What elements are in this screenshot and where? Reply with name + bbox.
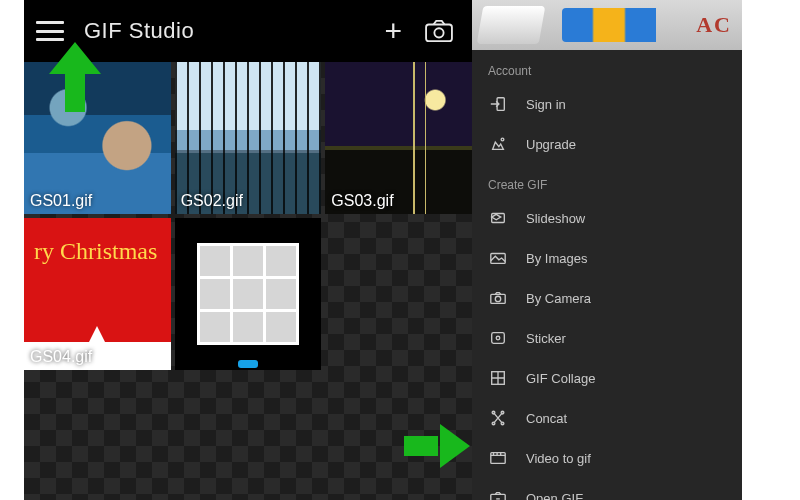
menu-item-upgrade[interactable]: Upgrade (472, 124, 742, 164)
menu-label: By Images (526, 251, 587, 266)
svg-rect-0 (426, 25, 452, 42)
menu-label: Video to gif (526, 451, 591, 466)
tile-label: GS04.gif (24, 344, 98, 370)
gif-tile[interactable]: GS02.gif (175, 62, 322, 214)
menu-label: GIF Collage (526, 371, 595, 386)
menu-item-by-camera[interactable]: By Camera (472, 278, 742, 318)
nav-drawer: AC Account Sign in Upgrade Create GIF (472, 0, 742, 500)
menu-item-by-images[interactable]: By Images (472, 238, 742, 278)
svg-point-9 (496, 336, 500, 340)
menu-item-video-to-gif[interactable]: Video to gif (472, 438, 742, 478)
upgrade-icon (488, 135, 508, 153)
tile-label: GS03.gif (325, 188, 399, 214)
gif-tile[interactable]: ry Christmas GS04.gif (24, 218, 171, 370)
menu-label: Open GIF (526, 491, 583, 501)
menu-create: Slideshow By Images By Camera Sticker (472, 198, 742, 500)
app-title: GIF Studio (84, 18, 384, 44)
gif-tile[interactable]: GS03.gif (325, 62, 472, 214)
camera-icon (488, 289, 508, 307)
menu-item-gif-collage[interactable]: GIF Collage (472, 358, 742, 398)
menu-label: By Camera (526, 291, 591, 306)
svg-point-1 (434, 28, 443, 37)
open-icon (488, 489, 508, 500)
svg-point-7 (495, 296, 500, 301)
thumbnail (175, 218, 322, 370)
section-heading-create: Create GIF (472, 164, 742, 198)
svg-rect-8 (492, 333, 505, 344)
slideshow-icon (488, 209, 508, 227)
signin-icon (488, 95, 508, 113)
menu-label: Sticker (526, 331, 566, 346)
section-heading-account: Account (472, 50, 742, 84)
hamburger-icon[interactable] (36, 21, 64, 41)
menu-item-concat[interactable]: Concat (472, 398, 742, 438)
appbar-actions: + (384, 16, 460, 46)
tutorial-composite: GIF Studio + GS01.gif GS02.gif (0, 0, 800, 500)
menu-item-sticker[interactable]: Sticker (472, 318, 742, 358)
menu-label: Sign in (526, 97, 566, 112)
menu-item-signin[interactable]: Sign in (472, 84, 742, 124)
drawer-header-image: AC (472, 0, 742, 50)
christmas-text: ry Christmas (34, 238, 157, 265)
collage-icon (488, 369, 508, 387)
menu-label: Slideshow (526, 211, 585, 226)
tile-label: GS02.gif (175, 188, 249, 214)
header-logo-text: AC (696, 12, 732, 38)
annotation-arrow-up (48, 42, 102, 112)
svg-point-3 (501, 138, 504, 141)
video-icon (488, 449, 508, 467)
menu-label: Upgrade (526, 137, 576, 152)
images-icon (488, 249, 508, 267)
menu-label: Concat (526, 411, 567, 426)
gif-tile[interactable] (175, 218, 322, 370)
menu-account: Sign in Upgrade (472, 84, 742, 164)
menu-item-open-gif[interactable]: Open GIF (472, 478, 742, 500)
concat-icon (488, 409, 508, 427)
tile-label (175, 362, 187, 370)
sticker-icon (488, 329, 508, 347)
collage-grid (197, 243, 299, 345)
tile-label: GS01.gif (24, 188, 98, 214)
menu-item-slideshow[interactable]: Slideshow (472, 198, 742, 238)
camera-button[interactable] (424, 19, 454, 43)
annotation-arrow-right (404, 424, 470, 468)
add-button[interactable]: + (384, 16, 402, 46)
